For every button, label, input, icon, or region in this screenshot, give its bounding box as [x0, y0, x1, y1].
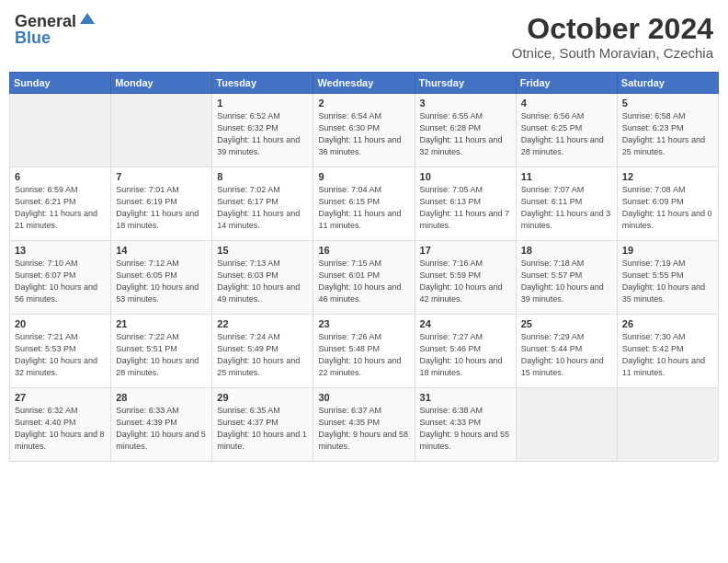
page-header: General Blue October 2024 Otnice, South … [9, 9, 719, 64]
day-number: 13 [15, 245, 106, 256]
day-cell: 7Sunrise: 7:01 AM Sunset: 6:19 PM Daylig… [111, 167, 212, 241]
day-cell: 4Sunrise: 6:56 AM Sunset: 6:25 PM Daylig… [516, 94, 617, 167]
day-info: Sunrise: 7:26 AM Sunset: 5:48 PM Dayligh… [318, 331, 409, 379]
day-cell: 17Sunrise: 7:16 AM Sunset: 5:59 PM Dayli… [415, 241, 516, 315]
day-number: 2 [318, 98, 409, 109]
header-cell-sunday: Sunday [10, 73, 111, 94]
day-cell: 19Sunrise: 7:19 AM Sunset: 5:55 PM Dayli… [617, 241, 718, 315]
day-number: 6 [15, 171, 106, 182]
week-row-0: 1Sunrise: 6:52 AM Sunset: 6:32 PM Daylig… [10, 94, 719, 167]
day-cell: 9Sunrise: 7:04 AM Sunset: 6:15 PM Daylig… [313, 167, 415, 241]
day-info: Sunrise: 7:08 AM Sunset: 6:09 PM Dayligh… [622, 184, 713, 232]
day-info: Sunrise: 6:55 AM Sunset: 6:28 PM Dayligh… [420, 110, 511, 158]
day-number: 15 [217, 245, 308, 256]
day-info: Sunrise: 6:35 AM Sunset: 4:37 PM Dayligh… [217, 405, 308, 453]
day-number: 12 [622, 171, 713, 182]
day-cell: 15Sunrise: 7:13 AM Sunset: 6:03 PM Dayli… [212, 241, 313, 315]
header-cell-friday: Friday [516, 73, 617, 94]
day-number: 5 [622, 98, 713, 109]
day-number: 25 [521, 318, 612, 329]
day-info: Sunrise: 7:10 AM Sunset: 6:07 PM Dayligh… [15, 258, 106, 305]
logo-icon [78, 11, 97, 29]
day-number: 9 [318, 171, 409, 182]
day-info: Sunrise: 6:33 AM Sunset: 4:39 PM Dayligh… [116, 405, 207, 453]
day-info: Sunrise: 6:59 AM Sunset: 6:21 PM Dayligh… [15, 184, 106, 232]
day-cell: 16Sunrise: 7:15 AM Sunset: 6:01 PM Dayli… [313, 241, 415, 315]
day-cell: 27Sunrise: 6:32 AM Sunset: 4:40 PM Dayli… [10, 388, 111, 462]
day-info: Sunrise: 7:18 AM Sunset: 5:57 PM Dayligh… [521, 258, 612, 305]
day-cell: 14Sunrise: 7:12 AM Sunset: 6:05 PM Dayli… [111, 241, 212, 315]
day-number: 19 [622, 245, 713, 256]
week-row-1: 6Sunrise: 6:59 AM Sunset: 6:21 PM Daylig… [10, 167, 719, 241]
day-info: Sunrise: 6:54 AM Sunset: 6:30 PM Dayligh… [318, 110, 409, 158]
day-info: Sunrise: 7:27 AM Sunset: 5:46 PM Dayligh… [420, 331, 511, 379]
day-number: 31 [420, 392, 511, 403]
day-cell: 25Sunrise: 7:29 AM Sunset: 5:44 PM Dayli… [516, 315, 617, 388]
day-cell: 11Sunrise: 7:07 AM Sunset: 6:11 PM Dayli… [516, 167, 617, 241]
svg-marker-0 [80, 13, 95, 24]
day-info: Sunrise: 7:12 AM Sunset: 6:05 PM Dayligh… [116, 258, 207, 305]
day-info: Sunrise: 6:38 AM Sunset: 4:33 PM Dayligh… [420, 405, 511, 453]
day-number: 14 [116, 245, 207, 256]
day-cell [617, 388, 718, 462]
calendar-header: SundayMondayTuesdayWednesdayThursdayFrid… [10, 73, 719, 94]
logo-blue-text: Blue [15, 29, 51, 46]
day-number: 4 [521, 98, 612, 109]
day-cell: 12Sunrise: 7:08 AM Sunset: 6:09 PM Dayli… [617, 167, 718, 241]
day-info: Sunrise: 7:21 AM Sunset: 5:53 PM Dayligh… [15, 331, 106, 379]
day-cell: 23Sunrise: 7:26 AM Sunset: 5:48 PM Dayli… [313, 315, 415, 388]
day-number: 20 [15, 318, 106, 329]
calendar-table: SundayMondayTuesdayWednesdayThursdayFrid… [9, 72, 719, 462]
day-info: Sunrise: 7:30 AM Sunset: 5:42 PM Dayligh… [622, 331, 713, 379]
day-number: 23 [318, 318, 409, 329]
day-number: 26 [622, 318, 713, 329]
header-cell-tuesday: Tuesday [212, 73, 313, 94]
day-cell: 18Sunrise: 7:18 AM Sunset: 5:57 PM Dayli… [516, 241, 617, 315]
day-number: 1 [217, 98, 308, 109]
header-cell-saturday: Saturday [617, 73, 718, 94]
day-cell: 5Sunrise: 6:58 AM Sunset: 6:23 PM Daylig… [617, 94, 718, 167]
day-info: Sunrise: 7:24 AM Sunset: 5:49 PM Dayligh… [217, 331, 308, 379]
day-number: 8 [217, 171, 308, 182]
day-number: 10 [420, 171, 511, 182]
header-cell-wednesday: Wednesday [313, 73, 415, 94]
day-info: Sunrise: 6:56 AM Sunset: 6:25 PM Dayligh… [521, 110, 612, 158]
day-cell [10, 94, 111, 167]
day-cell: 24Sunrise: 7:27 AM Sunset: 5:46 PM Dayli… [415, 315, 516, 388]
day-number: 22 [217, 318, 308, 329]
day-info: Sunrise: 6:58 AM Sunset: 6:23 PM Dayligh… [622, 110, 713, 158]
day-number: 3 [420, 98, 511, 109]
day-info: Sunrise: 7:02 AM Sunset: 6:17 PM Dayligh… [217, 184, 308, 232]
day-cell: 28Sunrise: 6:33 AM Sunset: 4:39 PM Dayli… [111, 388, 212, 462]
calendar-body: 1Sunrise: 6:52 AM Sunset: 6:32 PM Daylig… [10, 94, 719, 462]
day-info: Sunrise: 6:32 AM Sunset: 4:40 PM Dayligh… [15, 405, 106, 453]
header-cell-thursday: Thursday [415, 73, 516, 94]
day-info: Sunrise: 7:07 AM Sunset: 6:11 PM Dayligh… [521, 184, 612, 232]
day-number: 21 [116, 318, 207, 329]
day-cell: 21Sunrise: 7:22 AM Sunset: 5:51 PM Dayli… [111, 315, 212, 388]
day-cell: 3Sunrise: 6:55 AM Sunset: 6:28 PM Daylig… [415, 94, 516, 167]
month-title: October 2024 [512, 13, 713, 45]
day-cell: 1Sunrise: 6:52 AM Sunset: 6:32 PM Daylig… [212, 94, 313, 167]
day-cell [516, 388, 617, 462]
logo-general-text: General [15, 13, 76, 29]
week-row-3: 20Sunrise: 7:21 AM Sunset: 5:53 PM Dayli… [10, 315, 719, 388]
day-number: 11 [521, 171, 612, 182]
day-cell: 13Sunrise: 7:10 AM Sunset: 6:07 PM Dayli… [10, 241, 111, 315]
day-number: 18 [521, 245, 612, 256]
day-cell: 6Sunrise: 6:59 AM Sunset: 6:21 PM Daylig… [10, 167, 111, 241]
day-cell: 20Sunrise: 7:21 AM Sunset: 5:53 PM Dayli… [10, 315, 111, 388]
day-info: Sunrise: 7:13 AM Sunset: 6:03 PM Dayligh… [217, 258, 308, 305]
day-cell: 22Sunrise: 7:24 AM Sunset: 5:49 PM Dayli… [212, 315, 313, 388]
day-info: Sunrise: 7:16 AM Sunset: 5:59 PM Dayligh… [420, 258, 511, 305]
week-row-2: 13Sunrise: 7:10 AM Sunset: 6:07 PM Dayli… [10, 241, 719, 315]
day-cell: 30Sunrise: 6:37 AM Sunset: 4:35 PM Dayli… [313, 388, 415, 462]
day-cell: 26Sunrise: 7:30 AM Sunset: 5:42 PM Dayli… [617, 315, 718, 388]
day-number: 28 [116, 392, 207, 403]
day-cell: 29Sunrise: 6:35 AM Sunset: 4:37 PM Dayli… [212, 388, 313, 462]
week-row-4: 27Sunrise: 6:32 AM Sunset: 4:40 PM Dayli… [10, 388, 719, 462]
day-cell: 31Sunrise: 6:38 AM Sunset: 4:33 PM Dayli… [415, 388, 516, 462]
day-cell: 8Sunrise: 7:02 AM Sunset: 6:17 PM Daylig… [212, 167, 313, 241]
day-info: Sunrise: 7:15 AM Sunset: 6:01 PM Dayligh… [318, 258, 409, 305]
day-info: Sunrise: 7:22 AM Sunset: 5:51 PM Dayligh… [116, 331, 207, 379]
